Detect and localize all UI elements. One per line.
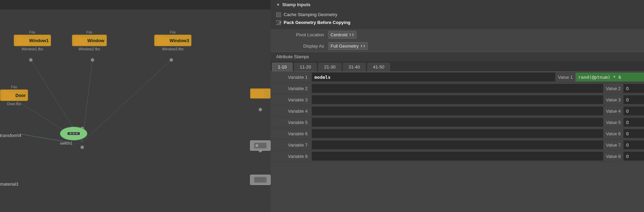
node-window3-title: File — [170, 30, 176, 34]
pack-geometry-checkbox-row[interactable]: ✓ Pack Geometry Before Copying — [276, 18, 639, 26]
switch1-body[interactable] — [60, 127, 87, 140]
node-transform4-label: transform4 — [0, 133, 21, 138]
variable-row-5: Variable 5 Value 5 — [271, 117, 644, 128]
pivot-location-row: Pivot Location Centroid ⬆⬇ — [271, 29, 644, 40]
pivot-location-value: Centroid — [331, 32, 347, 37]
display-as-select[interactable]: Full Geometry ⬆⬇ — [328, 42, 368, 50]
folder-icon-window2 — [74, 36, 87, 45]
svg-point-12 — [80, 146, 84, 149]
props-panel: ▼ Stamp Inputs Cache Stamping Geometry ✓… — [271, 0, 644, 212]
node-door-body[interactable]: Door — [0, 89, 28, 101]
attribute-stamps-label: Attribute Stamps — [276, 54, 309, 59]
var-value-input-1[interactable] — [575, 73, 644, 82]
var-value-input-8[interactable] — [623, 152, 644, 161]
folder-icon-window1 — [16, 36, 29, 45]
node-door-title: File — [11, 85, 17, 89]
node-window1-body[interactable]: Window1 — [14, 35, 51, 46]
variable-row-2: Variable 2 Value 2 — [271, 83, 644, 94]
cache-stamping-checkbox-row[interactable]: Cache Stamping Geometry — [276, 11, 639, 18]
var-name-input-5[interactable] — [312, 118, 603, 127]
node-switch1[interactable]: switch1 — [60, 127, 87, 145]
node-window2-label: Window — [87, 38, 104, 43]
var-name-input-1[interactable] — [312, 73, 555, 82]
tab-11-20[interactable]: 11-20 — [294, 63, 317, 71]
folder-icon-window3 — [157, 36, 170, 45]
node-window1-sublabel: Window1.fbx — [22, 47, 43, 51]
display-as-value: Full Geometry — [331, 43, 359, 49]
node-door[interactable]: File Door Door.fbx — [0, 85, 28, 106]
node-small-bottom-right2[interactable] — [250, 175, 271, 185]
stamp-inputs-title: Stamp Inputs — [282, 2, 310, 7]
tab-1-10[interactable]: 1-10 — [272, 63, 293, 71]
pack-geometry-label: Pack Geometry Before Copying — [284, 20, 350, 25]
var-label-3: Variable 3 — [271, 97, 312, 102]
node-material3-label: material3 — [0, 182, 18, 187]
var-name-input-7[interactable] — [312, 140, 603, 149]
var-label-1: Variable 1 — [271, 75, 312, 80]
val-label-3: Value 3 — [603, 97, 623, 102]
node-window3-sublabel: Window3.fbx — [162, 47, 184, 51]
svg-point-6 — [29, 58, 33, 62]
svg-point-22 — [256, 144, 258, 147]
stamp-inputs-triangle: ▼ — [276, 2, 280, 7]
stamp-inputs-section: ▼ Stamp Inputs — [271, 0, 644, 9]
variable-row-8: Variable 8 Value 8 — [271, 151, 644, 162]
node-window1[interactable]: File Window1 Window1.fbx — [14, 30, 51, 51]
node-window2-sublabel: Window2.fbx — [78, 47, 100, 51]
var-value-input-5[interactable] — [623, 118, 644, 127]
variable-row-1: Variable 1 Value 1 — [271, 72, 644, 83]
var-value-input-2[interactable] — [623, 84, 644, 93]
var-label-5: Variable 5 — [271, 120, 312, 125]
node-window3[interactable]: File Window3 Window3.fbx — [154, 30, 191, 51]
node-door-sublabel: Door.fbx — [7, 102, 21, 106]
svg-line-2 — [82, 60, 171, 142]
var-name-input-2[interactable] — [312, 84, 603, 93]
var-value-input-4[interactable] — [623, 107, 644, 115]
node-door-label: Door — [15, 93, 26, 98]
small-node-icon2 — [253, 176, 267, 183]
svg-rect-19 — [73, 133, 75, 134]
svg-rect-23 — [254, 177, 267, 183]
node-partial-right[interactable] — [250, 88, 271, 99]
tab-21-30[interactable]: 21-30 — [318, 63, 341, 71]
tab-41-50[interactable]: 41-50 — [367, 63, 390, 71]
variable-row-6: Variable 6 Value 6 — [271, 128, 644, 139]
switch1-label: switch1 — [60, 141, 87, 145]
display-as-label: Display As — [276, 43, 324, 49]
cache-stamping-label: Cache Stamping Geometry — [284, 12, 337, 17]
variable-row-7: Variable 7 Value 7 — [271, 139, 644, 151]
svg-rect-18 — [70, 133, 72, 134]
attribute-stamps-header: Attribute Stamps — [271, 52, 644, 61]
tab-31-40[interactable]: 31-40 — [343, 63, 366, 71]
var-value-input-7[interactable] — [623, 140, 644, 149]
svg-point-8 — [91, 58, 94, 62]
graph-topbar — [0, 0, 271, 10]
val-label-6: Value 6 — [603, 131, 623, 136]
node-window2-body[interactable]: Window — [72, 35, 107, 46]
var-value-input-3[interactable] — [623, 95, 644, 104]
var-name-input-6[interactable] — [312, 129, 603, 138]
pivot-location-select[interactable]: Centroid ⬆⬇ — [328, 31, 357, 39]
var-value-input-6[interactable] — [623, 129, 644, 138]
pack-geometry-checkbox[interactable]: ✓ — [276, 20, 281, 25]
display-as-row: Display As Full Geometry ⬆⬇ — [271, 40, 644, 52]
pivot-location-arrow: ⬆⬇ — [349, 33, 354, 37]
graph-panel[interactable]: File Window1 Window1.fbx File Window Win… — [0, 0, 271, 212]
val-label-5: Value 5 — [603, 120, 623, 125]
cache-stamping-row: Cache Stamping Geometry ✓ Pack Geometry … — [271, 9, 644, 29]
tabs-row: 1-10 11-20 21-30 31-40 41-50 — [271, 61, 644, 72]
node-window2[interactable]: File Window Window2.fbx — [72, 30, 107, 51]
node-window1-label: Window1 — [29, 38, 49, 43]
var-name-input-8[interactable] — [312, 152, 603, 161]
var-name-input-3[interactable] — [312, 95, 603, 104]
val-label-7: Value 7 — [603, 142, 623, 148]
node-window3-body[interactable]: Window3 — [154, 35, 191, 46]
pivot-location-label: Pivot Location — [276, 32, 324, 37]
node-small-bottom-right[interactable] — [250, 140, 271, 151]
val-label-4: Value 4 — [603, 109, 623, 114]
var-name-input-4[interactable] — [312, 107, 603, 115]
svg-rect-20 — [76, 133, 78, 134]
display-as-arrow: ⬆⬇ — [360, 44, 366, 48]
cache-stamping-checkbox[interactable] — [276, 12, 281, 17]
node-window1-title: File — [29, 30, 36, 34]
